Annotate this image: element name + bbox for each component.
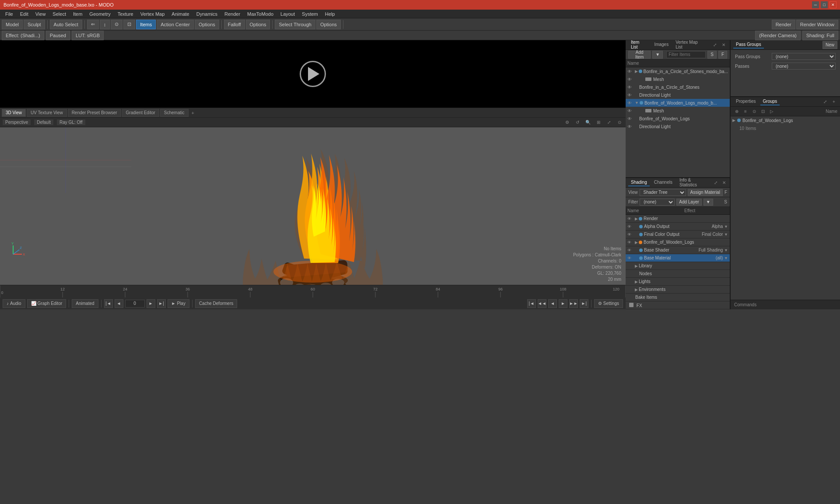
transform-btn-2[interactable]: ↕	[100, 20, 110, 29]
select-through-button[interactable]: Select Through	[275, 20, 315, 29]
list-item[interactable]: 👁 Mesh	[626, 75, 730, 83]
tab-groups[interactable]: Groups	[760, 98, 780, 105]
shader-tree-select[interactable]: Shader Tree	[640, 189, 686, 196]
lut-button[interactable]: LUT: sRGB	[72, 31, 104, 40]
tab-vertex-map-list[interactable]: Vertex Map List	[673, 40, 708, 51]
viewport-search-icon[interactable]: 🔍	[584, 119, 592, 126]
cache-deformers-button[interactable]: Cache Deformers	[195, 299, 237, 308]
options-button-2[interactable]: Options	[246, 20, 270, 29]
pass-groups-select[interactable]: (none)	[772, 53, 836, 60]
shader-item[interactable]: 👁 ▶ Library	[626, 262, 730, 270]
falloff-button[interactable]: Falloff	[224, 20, 245, 29]
viewport-tab-4[interactable]: Schematic	[160, 109, 189, 117]
menu-item-file[interactable]: File	[2, 10, 17, 18]
graph-editor-button[interactable]: 📈 Graph Editor	[27, 299, 66, 308]
list-item[interactable]: 👁 Mesh	[626, 107, 730, 115]
passes-select[interactable]: (none)	[772, 63, 836, 70]
assign-material-button[interactable]: Assign Material	[688, 189, 723, 196]
render-window-button[interactable]: Render Window	[796, 20, 838, 29]
viewport-settings-icon[interactable]: ⚙	[564, 119, 570, 126]
prev-frame-button[interactable]: ◄	[115, 299, 123, 308]
viewport-tab-2[interactable]: Render Preset Browser	[68, 109, 121, 117]
tab-properties[interactable]: Properties	[733, 98, 759, 105]
group-item-sub[interactable]: 10 Items	[731, 124, 840, 132]
default-label[interactable]: Default	[34, 119, 53, 125]
sculpt-button[interactable]: Sculpt	[24, 20, 45, 29]
add-layer-dropdown[interactable]: ▼	[704, 199, 713, 206]
groups-nav-5[interactable]: ▷	[768, 108, 775, 115]
list-item[interactable]: 👁 ▼ Bonfire_of_Wooden_Logs_modo_b...	[626, 99, 730, 107]
tab-images[interactable]: Images	[651, 41, 671, 49]
transform-btn-3[interactable]: ⊙	[111, 20, 122, 29]
transform-btn-4[interactable]: ⊡	[123, 20, 135, 29]
item-list-close-icon[interactable]: ✕	[720, 42, 727, 49]
new-pass-group-button[interactable]: New	[822, 41, 837, 49]
viewport-tab-3[interactable]: Gradient Editor	[122, 109, 159, 117]
menu-item-item[interactable]: Item	[70, 10, 86, 18]
menu-item-dynamics[interactable]: Dynamics	[193, 10, 221, 18]
shader-item-environments[interactable]: 👁 ▶ Environments	[626, 286, 730, 294]
groups-nav-1[interactable]: ⊕	[733, 108, 740, 115]
options-button-1[interactable]: Options	[195, 20, 219, 29]
groups-nav-2[interactable]: ≡	[742, 108, 749, 115]
menu-item-layout[interactable]: Layout	[277, 10, 298, 18]
menu-item-select[interactable]: Select	[49, 10, 70, 18]
timeline-ruler[interactable]: 0 12 24 36 48 60 72 84 96	[0, 285, 626, 298]
viewport-tab-0[interactable]: 3D View	[2, 109, 26, 117]
shader-item[interactable]: 👁 Alpha Output Alpha ▼	[626, 223, 730, 231]
menu-item-animate[interactable]: Animate	[168, 10, 192, 18]
transport-btn-2[interactable]: ◄◄	[538, 299, 546, 308]
menu-item-geometry[interactable]: Geometry	[86, 10, 114, 18]
add-item-button[interactable]: Add Item	[628, 51, 651, 59]
shading-close-icon[interactable]: ✕	[721, 179, 727, 186]
shader-item[interactable]: 👁 Final Color Output Final Color ▼	[626, 231, 730, 238]
viewport-tab-add[interactable]: +	[189, 109, 196, 116]
menu-item-system[interactable]: System	[298, 10, 322, 18]
tab-info-statistics[interactable]: Info & Statistics	[677, 177, 709, 189]
ray-gl-label[interactable]: Ray GL: Off	[57, 119, 85, 125]
options-button-3[interactable]: Options	[316, 20, 341, 29]
perspective-label[interactable]: Perspective	[3, 119, 31, 125]
list-item[interactable]: 👁 ▶ Bonfire_in_a_Circle_of_Stones_modo_b…	[626, 67, 730, 75]
canvas-area[interactable]: X Y Z No Items Polygons : Catmull-Clark …	[0, 127, 626, 285]
minimize-button[interactable]: ─	[812, 1, 819, 8]
play-button-big[interactable]	[300, 61, 326, 87]
filter-f-btn[interactable]: F	[718, 51, 727, 59]
groups-nav-3[interactable]: ⊙	[751, 108, 758, 115]
menu-item-maxtomodo[interactable]: MaxToModo	[244, 10, 277, 18]
viewport-move-icon[interactable]: ⊞	[595, 119, 602, 126]
next-frame-button[interactable]: ►	[147, 299, 155, 308]
menu-item-render[interactable]: Render	[221, 10, 244, 18]
animated-button[interactable]: Animated	[72, 299, 98, 308]
list-item[interactable]: 👁 Bonfire_of_Wooden_Logs	[626, 115, 730, 122]
render-camera-button[interactable]: (Render Camera)	[755, 31, 801, 40]
paused-button[interactable]: Paused	[46, 31, 70, 40]
viewport-expand-icon[interactable]: ⤢	[606, 119, 612, 126]
add-item-dropdown[interactable]: ▼	[652, 51, 663, 59]
effect-button[interactable]: Effect: (Shadi...)	[2, 31, 44, 40]
groups-add-icon[interactable]: +	[830, 98, 837, 105]
shading-button[interactable]: Shading: Full	[802, 31, 838, 40]
menu-item-texture[interactable]: Texture	[114, 10, 137, 18]
shader-item-bake[interactable]: Bake Items	[626, 294, 730, 301]
go-start-button[interactable]: |◄	[104, 299, 113, 308]
audio-button[interactable]: ♪ Audio	[3, 299, 25, 308]
group-item[interactable]: ▶ Bonfire_of_Wooden_Logs	[731, 116, 840, 124]
groups-expand-icon[interactable]: ⤢	[822, 98, 829, 105]
groups-nav-4[interactable]: ⊡	[760, 108, 766, 115]
viewport-tab-1[interactable]: UV Texture View	[27, 109, 67, 117]
transport-btn-3[interactable]: ◄	[548, 299, 557, 308]
shader-item-fx[interactable]: FX	[626, 301, 730, 309]
auto-select-button[interactable]: Auto Select	[50, 20, 82, 29]
list-item[interactable]: 👁 Bonfire_in_a_Circle_of_Stones	[626, 83, 730, 91]
menu-item-view[interactable]: View	[32, 10, 49, 18]
items-button[interactable]: Items	[136, 20, 156, 29]
transform-btn-1[interactable]: ⇐	[87, 20, 99, 29]
item-list-expand-icon[interactable]: ⤢	[711, 42, 718, 49]
list-item[interactable]: 👁 Directional Light	[626, 91, 730, 99]
tab-shading[interactable]: Shading	[628, 179, 650, 186]
menu-item-help[interactable]: Help	[322, 10, 339, 18]
shader-item-lights[interactable]: 👁 ▶ Lights	[626, 278, 730, 286]
shader-item[interactable]: 👁 ▶ Bonfire_of_Wooden_Logs	[626, 238, 730, 246]
transport-btn-6[interactable]: ►|	[580, 299, 588, 308]
